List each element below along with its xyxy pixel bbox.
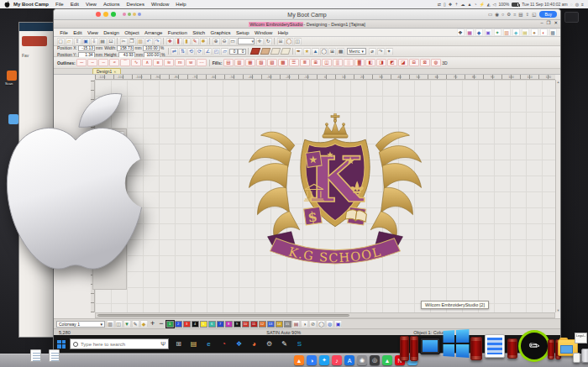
open-icon[interactable]: ▱ — [66, 38, 73, 45]
remove-color-button[interactable]: − — [159, 320, 163, 328]
wilcom-menu-window[interactable]: Window — [252, 30, 276, 35]
color-swatch-3[interactable]: 3 — [183, 321, 191, 328]
vertical-scrollbar[interactable]: ▲ ▼ — [555, 80, 560, 312]
wilcom-menu-design[interactable]: Design — [101, 30, 122, 35]
shutdown-icon[interactable]: ○ — [501, 12, 504, 17]
mix-colors-icon[interactable]: ◑ — [301, 320, 308, 328]
color-swatch-9[interactable]: 9 — [234, 321, 241, 328]
mac-menu-devices[interactable]: Devices — [123, 2, 148, 7]
contour-fill-icon[interactable]: ☰ — [289, 59, 299, 66]
web-colors-icon[interactable]: ◍ — [326, 320, 333, 328]
dense-icon[interactable]: ▓ — [354, 59, 365, 66]
wilcom-menu-object[interactable]: Object — [122, 30, 142, 35]
sparse-icon[interactable]: ░ — [344, 59, 354, 66]
dock-doc2-icon[interactable] — [49, 349, 60, 362]
horizontal-scrollbar[interactable] — [95, 312, 555, 318]
wave-icon[interactable]: ∿ — [131, 59, 141, 66]
restore-button[interactable]: ❐ — [546, 20, 550, 25]
stitch-effect-chip-0[interactable] — [249, 48, 260, 55]
dock-wilcom-spools-icon[interactable] — [400, 336, 418, 361]
motif-run-icon[interactable]: ┈ — [98, 59, 108, 66]
input-source-icon[interactable]: ⇄ — [438, 2, 441, 7]
dock-music-icon[interactable]: ♪ — [332, 355, 342, 365]
weave-fill-icon[interactable]: ▩ — [278, 59, 288, 66]
zero-point-icon[interactable]: ⌀ — [369, 48, 376, 55]
charge-icon[interactable]: ⚡ — [479, 2, 484, 7]
grid-frame-icon[interactable]: ⊞ — [328, 48, 336, 55]
settings-icon[interactable]: ⚙ — [507, 12, 511, 17]
graphics-pen-icon[interactable]: ✒ — [295, 48, 302, 55]
devices-icon[interactable]: ▤ — [518, 12, 522, 17]
thread-chart-icon[interactable]: ▤ — [292, 320, 300, 328]
mac-menu-view[interactable]: View — [82, 2, 100, 7]
pan-icon[interactable]: ✛ — [256, 38, 264, 45]
design-canvas[interactable]: K — [95, 80, 555, 312]
skew-icon[interactable]: ▱ — [221, 48, 228, 55]
m-outline-icon[interactable]: m — [175, 59, 185, 66]
scroll-down-icon[interactable]: ▼ — [557, 308, 560, 312]
fullscreen-icon[interactable]: ◱ — [532, 12, 536, 17]
threed-label[interactable]: 3D — [442, 60, 447, 66]
screens-icon[interactable]: ▭ — [488, 12, 492, 17]
stipple-icon[interactable]: ▒ — [333, 59, 343, 66]
width-field[interactable]: 158.73 — [117, 45, 134, 51]
mac-menu-edit[interactable]: Edit — [67, 2, 82, 7]
minimize-button[interactable]: – — [540, 20, 543, 25]
color-swatch-2[interactable]: 2 — [175, 321, 182, 328]
print-order-icon[interactable]: ▤ — [522, 29, 529, 36]
camera-icon[interactable]: ◉ — [495, 12, 499, 17]
dock-notes-icon[interactable] — [573, 353, 580, 363]
import-icon[interactable]: ⇧ — [74, 38, 81, 45]
dock-twitter-icon[interactable]: ✦ — [319, 355, 329, 365]
dock-vlc-icon[interactable]: ▲ — [294, 355, 304, 365]
spiral-fill-icon[interactable]: ≣ — [300, 59, 310, 66]
motif-fill-icon[interactable]: ▦ — [245, 59, 255, 66]
scroll-up-icon[interactable]: ▲ — [557, 80, 560, 84]
add-color-button[interactable]: + — [150, 320, 155, 328]
edge-icon[interactable]: e — [203, 338, 214, 349]
dock-maps-icon[interactable]: ▲ — [382, 355, 392, 365]
product-icon[interactable]: ◆ — [475, 29, 483, 36]
mirror-v-icon[interactable]: ⇅ — [179, 48, 186, 55]
w-outline-icon[interactable]: w — [186, 59, 196, 66]
color-swatch-12[interactable]: 12 — [259, 321, 266, 328]
color-swatch-14[interactable]: 14 — [276, 321, 283, 328]
updates-icon[interactable]: ⇡ — [454, 2, 458, 7]
color-swatch-4[interactable]: 4 — [192, 321, 199, 328]
cut-icon[interactable]: ✂ — [120, 38, 128, 45]
overview-icon[interactable]: ◫ — [294, 38, 302, 45]
zoom-in-icon[interactable]: ⊕ — [213, 38, 220, 45]
apple-menu-icon[interactable] — [4, 1, 10, 8]
triple-run-icon[interactable]: ┄ — [87, 59, 97, 66]
dock-remote-screen-icon[interactable] — [420, 338, 440, 354]
corner2-icon[interactable]: ◪ — [398, 59, 408, 66]
redraw-icon[interactable]: ↻ — [265, 38, 272, 45]
dock-windows-bootcamp-icon[interactable] — [444, 329, 470, 358]
bluetooth-icon[interactable]: ❖ — [449, 2, 452, 7]
e-stitch-icon[interactable]: ≡ — [153, 59, 163, 66]
basic-shape-icon[interactable]: ▲ — [312, 48, 319, 55]
pen-icon[interactable]: ✎ — [192, 38, 199, 45]
settings-icon[interactable]: ⚙ — [264, 338, 275, 349]
program-split-icon[interactable]: ▧ — [256, 59, 266, 66]
mac-menu-actions[interactable]: Actions — [100, 2, 123, 7]
wifi-icon[interactable]: ◭ — [487, 2, 491, 7]
tatami-fill-icon[interactable]: ▥ — [234, 59, 244, 66]
wilcom-menu-view[interactable]: View — [85, 30, 101, 35]
copy-icon[interactable]: ❐ — [129, 38, 136, 45]
scale-icon[interactable]: ◰ — [213, 48, 220, 55]
wilcom-menu-function[interactable]: Function — [165, 30, 190, 35]
shirt-icon[interactable]: ▼ — [123, 320, 131, 328]
vm-titlebar[interactable]: My Boot Camp ▭◉○⚙⌗▤⇪◱ Buy — [54, 9, 560, 20]
volume-icon[interactable]: ◁ — [493, 2, 496, 7]
dock-spool-icon[interactable] — [470, 337, 482, 360]
rotate-ccw-icon[interactable]: ⟲ — [187, 48, 195, 55]
star-shape-icon[interactable]: ★ — [303, 48, 311, 55]
save-icon[interactable]: ▣ — [82, 38, 90, 45]
no-color-icon[interactable]: ⊘ — [309, 320, 317, 328]
print-colorway-icon[interactable]: ◫ — [115, 320, 123, 328]
search-input[interactable] — [81, 342, 153, 347]
paste-icon[interactable]: ▥ — [137, 38, 144, 45]
split-icon[interactable]: ▩ — [549, 29, 557, 36]
mac-menu-help[interactable]: Help — [172, 2, 189, 7]
